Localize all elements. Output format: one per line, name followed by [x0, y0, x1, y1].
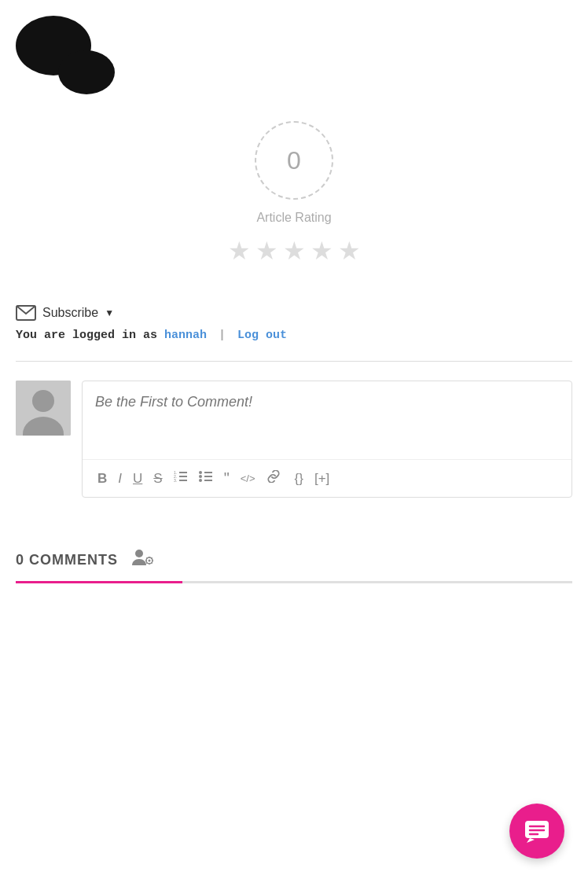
comment-input[interactable]: [83, 381, 571, 456]
comments-header: 0 COMMENTS: [16, 548, 572, 581]
comment-area: B I U S 1.2.3. " </> {} [+]: [0, 362, 588, 517]
username-link[interactable]: hannah: [164, 329, 207, 342]
svg-line-26: [152, 563, 153, 564]
login-row: You are logged in as hannah | Log out: [16, 329, 572, 342]
star-1[interactable]: ★: [228, 236, 251, 266]
chat-icon-area: [0, 0, 588, 105]
rating-circle: 0: [255, 121, 333, 200]
toolbar-blockquote[interactable]: ": [220, 468, 233, 489]
svg-line-28: [146, 563, 147, 564]
floating-chat-button[interactable]: [509, 804, 564, 859]
svg-point-18: [135, 550, 143, 557]
login-prefix: You are logged in as: [16, 329, 157, 342]
comments-count-label: 0 COMMENTS: [16, 552, 118, 568]
toolbar-italic[interactable]: I: [114, 469, 126, 488]
toolbar-strikethrough[interactable]: S: [149, 469, 166, 488]
svg-line-27: [152, 557, 153, 558]
subscribe-label[interactable]: Subscribe: [42, 306, 98, 320]
toolbar-bold[interactable]: B: [94, 469, 111, 488]
comments-label: COMMENTS: [29, 552, 118, 568]
svg-point-17: [199, 479, 202, 482]
toolbar-object[interactable]: {}: [291, 469, 307, 488]
star-4[interactable]: ★: [311, 236, 333, 266]
svg-text:3.: 3.: [174, 478, 177, 483]
toolbar-unordered-list[interactable]: [195, 469, 217, 488]
star-2[interactable]: ★: [255, 236, 278, 266]
stars-container[interactable]: ★ ★ ★ ★ ★: [228, 236, 361, 266]
subscribe-row: Subscribe ▼: [16, 305, 572, 321]
avatar-svg: [16, 381, 71, 436]
toolbar-plus[interactable]: [+]: [311, 469, 333, 488]
star-3[interactable]: ★: [283, 236, 306, 266]
chat-bubbles-icon: [16, 16, 110, 90]
comment-box[interactable]: B I U S 1.2.3. " </> {} [+]: [82, 381, 572, 498]
tab-underline: [16, 581, 572, 583]
rating-label: Article Rating: [256, 211, 331, 225]
manage-users-icon[interactable]: [130, 548, 154, 572]
svg-point-16: [199, 475, 202, 478]
user-avatar: [16, 381, 71, 436]
envelope-icon: [16, 305, 36, 321]
separator: |: [219, 329, 226, 342]
toolbar-link[interactable]: [263, 469, 285, 488]
svg-point-4: [32, 390, 54, 412]
star-5[interactable]: ★: [338, 236, 361, 266]
subscribe-section: Subscribe ▼ You are logged in as hannah …: [0, 289, 588, 350]
rating-section: 0 Article Rating ★ ★ ★ ★ ★: [0, 105, 588, 289]
toolbar-code[interactable]: </>: [237, 471, 259, 486]
comment-toolbar: B I U S 1.2.3. " </> {} [+]: [83, 459, 571, 497]
toolbar-ordered-list[interactable]: 1.2.3.: [170, 469, 192, 488]
rating-value: 0: [287, 146, 301, 175]
logout-link[interactable]: Log out: [237, 329, 287, 342]
svg-point-19: [149, 560, 151, 562]
subscribe-dropdown-arrow[interactable]: ▼: [105, 307, 114, 318]
comments-section: 0 COMMENTS: [0, 532, 588, 583]
svg-point-15: [199, 471, 202, 474]
svg-line-25: [146, 557, 147, 558]
comments-count: 0: [16, 552, 24, 568]
toolbar-underline[interactable]: U: [129, 469, 146, 488]
svg-point-1: [58, 50, 115, 94]
floating-chat-icon: [524, 818, 550, 844]
